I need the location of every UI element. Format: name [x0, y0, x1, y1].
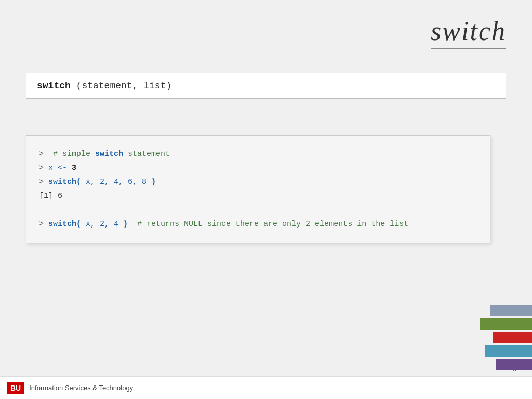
bu-logo: BU: [7, 382, 24, 394]
code-block: > # simple switch statement > x <- 3 > s…: [26, 135, 490, 243]
code-line-2: > x <- 3: [39, 161, 477, 175]
code-line-3: > switch( x, 2, 4, 6, 8 ): [39, 175, 477, 189]
code-line-4: [1] 6: [39, 189, 477, 203]
code-line-5: > switch( x, 2, 4 ) # returns NULL since…: [39, 217, 477, 231]
syntax-keyword: switch: [37, 81, 71, 91]
syntax-box: switch (statement, list): [26, 73, 506, 99]
deco-bar-green: [480, 318, 532, 330]
syntax-rest: (statement, list): [71, 81, 171, 91]
code-line-blank: [39, 203, 477, 217]
footer-text: Information Services & Technology: [29, 384, 133, 392]
slide: switch switch (statement, list) > # simp…: [0, 0, 532, 399]
deco-bar-purple: [496, 359, 532, 370]
deco-bar-gray: [490, 305, 532, 316]
code-line-1: > # simple switch statement: [39, 147, 477, 161]
deco-bar-red: [493, 332, 532, 343]
slide-title: switch: [431, 16, 506, 46]
title-area: switch: [431, 16, 506, 49]
bottom-bar: BU Information Services & Technology: [0, 376, 532, 399]
title-underline: [431, 48, 506, 49]
deco-bar-blue: [485, 345, 532, 357]
deco-bars: [480, 305, 532, 370]
